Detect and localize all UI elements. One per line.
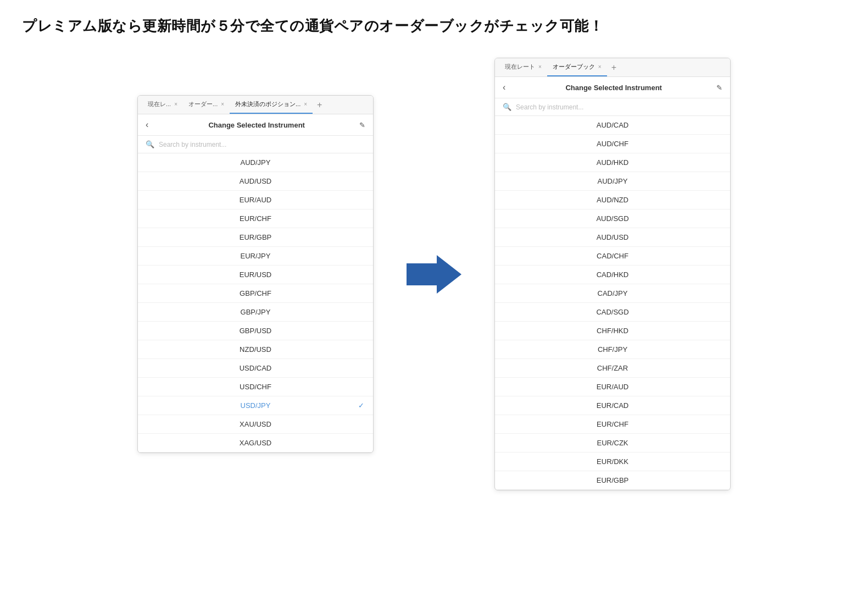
right-item-19[interactable]: EUR/GBP [495,471,730,490]
left-tab-2-label: 外未決済のポジション... [235,100,301,108]
svg-marker-0 [407,255,461,294]
left-item-8[interactable]: GBP/JPY [138,303,373,322]
left-item-14[interactable]: XAU/USD [138,415,373,434]
right-tab-0-label: 現在レート [505,63,535,71]
right-arrow-icon [407,255,461,294]
right-item-2[interactable]: AUD/HKD [495,153,730,172]
left-item-12[interactable]: USD/CHF [138,378,373,396]
right-item-7[interactable]: CAD/CHF [495,247,730,266]
right-edit-icon[interactable]: ✎ [716,84,722,92]
left-tab-1[interactable]: オーダー... × [183,96,230,114]
left-tab-bar: 現在レ... × オーダー... × 外未決済のポジション... × + [138,96,373,114]
right-item-8[interactable]: CAD/HKD [495,266,730,284]
left-back-button[interactable]: ‹ [146,120,148,130]
left-tab-2-close[interactable]: × [304,101,307,107]
page-title: プレミアム版なら更新時間が５分で全ての通貨ペアのオーダーブックがチェック可能！ [22,16,846,36]
right-header-title: Change Selected Instrument [511,84,716,92]
left-item-3[interactable]: EUR/CHF [138,209,373,228]
right-item-18[interactable]: EUR/DKK [495,452,730,471]
right-item-15[interactable]: EUR/CAD [495,396,730,415]
left-item-7[interactable]: GBP/CHF [138,284,373,303]
left-tab-2[interactable]: 外未決済のポジション... × [230,96,313,114]
arrow-container [407,255,461,294]
right-tab-add[interactable]: + [607,59,621,76]
right-item-6[interactable]: AUD/USD [495,228,730,247]
right-search-bar[interactable]: 🔍 Search by instrument... [495,98,730,116]
right-item-16[interactable]: EUR/CHF [495,415,730,434]
right-item-1[interactable]: AUD/CHF [495,135,730,153]
left-item-1[interactable]: AUD/USD [138,172,373,191]
left-item-2[interactable]: EUR/AUD [138,191,373,209]
left-search-icon: 🔍 [146,140,154,148]
left-panel: 現在レ... × オーダー... × 外未決済のポジション... × + ‹ C… [137,95,374,453]
main-content: 現在レ... × オーダー... × 外未決済のポジション... × + ‹ C… [22,58,846,490]
right-item-12[interactable]: CHF/JPY [495,340,730,359]
right-tab-0[interactable]: 現在レート × [499,58,547,76]
left-item-13[interactable]: USD/JPY ✓ [138,396,373,415]
left-item-11[interactable]: USD/CAD [138,359,373,378]
right-panel-header: ‹ Change Selected Instrument ✎ [495,77,730,98]
right-tab-1-close[interactable]: × [598,64,602,70]
right-back-button[interactable]: ‹ [503,82,505,92]
right-item-17[interactable]: EUR/CZK [495,434,730,452]
left-tab-add[interactable]: + [313,97,326,113]
right-tab-bar: 現在レート × オーダーブック × + [495,58,730,77]
left-check-icon: ✓ [358,401,364,410]
right-item-5[interactable]: AUD/SGD [495,209,730,228]
right-search-icon: 🔍 [503,103,511,111]
left-panel-header: ‹ Change Selected Instrument ✎ [138,114,373,136]
left-item-10[interactable]: NZD/USD [138,340,373,359]
left-item-0[interactable]: AUD/JPY [138,153,373,172]
left-tab-0-label: 現在レ... [148,100,171,108]
right-search-placeholder: Search by instrument... [516,103,583,111]
left-search-placeholder: Search by instrument... [159,141,226,148]
right-item-9[interactable]: CAD/JPY [495,284,730,303]
left-edit-icon[interactable]: ✎ [359,121,365,129]
left-tab-0-close[interactable]: × [174,101,177,107]
left-header-title: Change Selected Instrument [154,121,359,129]
left-item-9[interactable]: GBP/USD [138,322,373,340]
right-tab-0-close[interactable]: × [538,64,542,70]
right-tab-1-label: オーダーブック [553,63,595,71]
left-item-5[interactable]: EUR/JPY [138,247,373,266]
left-item-15[interactable]: XAG/USD [138,434,373,452]
left-tab-0[interactable]: 現在レ... × [142,96,183,114]
left-tab-1-close[interactable]: × [221,101,224,107]
right-item-4[interactable]: AUD/NZD [495,191,730,209]
left-tab-1-label: オーダー... [188,100,218,108]
left-search-bar[interactable]: 🔍 Search by instrument... [138,136,373,153]
right-tab-1[interactable]: オーダーブック × [547,58,607,76]
right-item-11[interactable]: CHF/HKD [495,322,730,340]
right-item-0[interactable]: AUD/CAD [495,116,730,135]
left-item-4[interactable]: EUR/GBP [138,228,373,247]
right-item-10[interactable]: CAD/SGD [495,303,730,322]
right-item-3[interactable]: AUD/JPY [495,172,730,191]
left-instrument-list: AUD/JPY AUD/USD EUR/AUD EUR/CHF EUR/GBP … [138,153,373,452]
right-item-13[interactable]: CHF/ZAR [495,359,730,378]
right-item-14[interactable]: EUR/AUD [495,378,730,396]
right-panel: 現在レート × オーダーブック × + ‹ Change Selected In… [494,58,731,490]
right-instrument-list: AUD/CAD AUD/CHF AUD/HKD AUD/JPY AUD/NZD … [495,116,730,490]
left-item-6[interactable]: EUR/USD [138,266,373,284]
